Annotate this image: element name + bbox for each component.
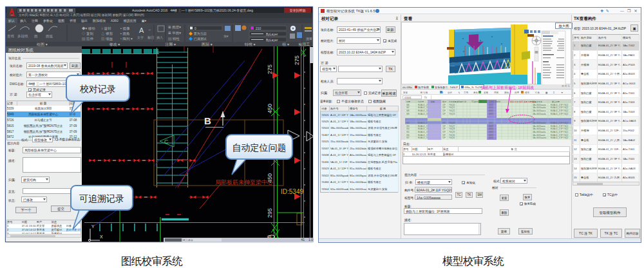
svg-text:357: 357 xyxy=(406,137,410,139)
svg-text:⌐: ⌐ xyxy=(149,28,151,32)
svg-text:1Aa-G005aaaia: 1Aa-G005aaaia xyxy=(533,125,545,128)
svg-text:ByLayer: ByLayer xyxy=(266,32,278,36)
svg-text:插入: 插入 xyxy=(156,35,163,40)
svg-text:210: 210 xyxy=(256,26,261,30)
svg-text:⊞ 图层▾: ⊞ 图层▾ xyxy=(168,25,181,30)
svg-text:ByLayer: ByLayer xyxy=(266,38,278,42)
svg-text:直线: 直线 xyxy=(7,34,15,38)
svg-text:YGQ22: YGQ22 xyxy=(449,110,455,112)
svg-text:11F: 11F xyxy=(442,113,446,115)
svg-text:0: 0 xyxy=(194,26,196,30)
svg-text:11F: 11F xyxy=(442,110,446,112)
svg-text:11F: 11F xyxy=(442,131,446,133)
svg-text:1Aa-G005aaaka: 1Aa-G005aaaka xyxy=(533,131,546,133)
svg-text:田: 田 xyxy=(441,91,444,94)
svg-text:450: 450 xyxy=(267,104,273,113)
svg-text:1Aa-G005aaaja: 1Aa-G005aaaja xyxy=(533,128,545,130)
svg-text:▫ 阵列 ▾: ▫ 阵列 ▾ xyxy=(120,37,133,41)
svg-text:表格: 表格 xyxy=(484,91,489,94)
svg-text:E04A-01_2#1F YGQ2: E04A-01_2#1F YGQ2 xyxy=(551,125,569,128)
svg-text:▤ 拉伸: ▤ 拉伸 xyxy=(82,37,94,41)
svg-text:11F: 11F xyxy=(442,137,446,139)
svg-text:▼: ▼ xyxy=(561,91,563,94)
svg-text:1Aa-G005aaada: 1Aa-G005aaada xyxy=(533,113,546,115)
svg-text:B I U A: B I U A xyxy=(421,91,428,94)
svg-text:YGQ30: YGQ30 xyxy=(449,134,455,137)
svg-text:◇ 复制: ◇ 复制 xyxy=(82,32,94,36)
svg-text:275: 275 xyxy=(294,55,300,65)
svg-text:2023: 2023 xyxy=(489,125,493,128)
svg-text:11F: 11F xyxy=(442,106,446,109)
svg-text:⊞ 平面▾: ⊞ 平面▾ xyxy=(168,31,181,35)
svg-text:11F: 11F xyxy=(442,104,446,106)
svg-text:347: 347 xyxy=(406,106,410,109)
svg-text:352: 352 xyxy=(406,122,410,124)
svg-text:条件: 条件 xyxy=(473,91,478,94)
svg-text:测量: 测量 xyxy=(306,37,312,41)
svg-text:标注: 标注 xyxy=(147,35,155,40)
svg-text:2023: 2023 xyxy=(489,128,493,130)
svg-text:％: ％ xyxy=(458,91,460,94)
svg-text:YGQ31: YGQ31 xyxy=(449,137,455,139)
svg-text:356: 356 xyxy=(406,134,410,137)
svg-text:348: 348 xyxy=(406,110,410,112)
svg-text:△ 修剪: △ 修剪 xyxy=(101,32,113,36)
svg-text:YGQ20: YGQ20 xyxy=(449,104,455,106)
svg-text:E04A-01_2#: E04A-01_2# xyxy=(418,104,428,106)
svg-text:常规: 常规 xyxy=(464,91,469,94)
svg-text:E04A-01_2#1F YGQ2: E04A-01_2#1F YGQ2 xyxy=(551,134,569,137)
svg-text:1Aa-G005aaala: 1Aa-G005aaala xyxy=(533,134,545,137)
svg-text:2023: 2023 xyxy=(489,137,493,139)
svg-text:275: 275 xyxy=(267,64,273,74)
svg-text:349: 349 xyxy=(406,113,410,115)
svg-text:模型: 模型 xyxy=(431,100,435,103)
svg-text:局部板筋未伸至梁中心: 局部板筋未伸至梁中心 xyxy=(215,179,273,186)
svg-text:355: 355 xyxy=(406,131,410,133)
svg-text:▪ 镜像: ▪ 镜像 xyxy=(120,26,130,31)
svg-text:合并: 合并 xyxy=(448,91,453,94)
svg-text:E04A-01_2#: E04A-01_2# xyxy=(418,106,428,109)
svg-text:354: 354 xyxy=(406,128,410,130)
svg-text:E04A-01_2#1F YGQ2: E04A-01_2#1F YGQ2 xyxy=(551,106,569,109)
svg-text:E04A-01_2#: E04A-01_2# xyxy=(418,110,428,112)
svg-text:ID:5349: ID:5349 xyxy=(281,188,303,195)
svg-text:E04A-01_2#: E04A-01_2# xyxy=(418,131,428,133)
svg-text:YGQ27: YGQ27 xyxy=(449,125,455,128)
svg-text:Σ: Σ xyxy=(553,91,555,94)
svg-text:楼层: 楼层 xyxy=(442,100,446,103)
svg-text:1Aa-G005aaaha: 1Aa-G005aaaha xyxy=(533,122,546,124)
svg-text:▪ 圆角: ▪ 圆角 xyxy=(120,32,129,36)
svg-text:2023: 2023 xyxy=(489,122,493,124)
svg-text:2023: 2023 xyxy=(489,113,493,115)
svg-text:YGQ28: YGQ28 xyxy=(449,128,455,130)
svg-text:▥ 缩放: ▥ 缩放 xyxy=(101,37,113,41)
svg-text:11F: 11F xyxy=(442,125,446,128)
svg-text:2023: 2023 xyxy=(489,104,493,106)
svg-text:E04A-01_2#1F YGQ2: E04A-01_2#1F YGQ2 xyxy=(551,110,569,112)
svg-text:圆弧: 圆弧 xyxy=(46,34,53,39)
svg-text:11F: 11F xyxy=(442,122,446,124)
svg-text:YGQ26: YGQ26 xyxy=(449,122,455,124)
svg-text:▤ 特性: ▤ 特性 xyxy=(168,37,180,41)
svg-text:多段线: 多段线 xyxy=(17,34,28,38)
svg-text:填充: 填充 xyxy=(524,91,530,94)
svg-text:🔶 置为当前: 🔶 置为当前 xyxy=(189,32,207,36)
svg-text:模型文件名: 模型文件名 xyxy=(533,100,542,103)
svg-text:○ 旋转: ○ 旋转 xyxy=(101,26,111,31)
svg-text:E04A-01_2#1F YGQ2: E04A-01_2#1F YGQ2 xyxy=(551,131,569,133)
svg-text:YGQ23: YGQ23 xyxy=(449,113,455,115)
svg-text:构件号: 构件号 xyxy=(417,100,424,103)
svg-text:块▾: 块▾ xyxy=(223,34,229,38)
svg-text:求和: 求和 xyxy=(494,91,499,94)
svg-text:1Aa-G005aaaba: 1Aa-G005aaaba xyxy=(533,106,546,109)
svg-text:级: 级 xyxy=(464,100,466,103)
svg-text:记录: 记录 xyxy=(406,100,410,103)
svg-text:构件类型名: 构件类型名 xyxy=(448,100,459,103)
svg-text:宋体: 宋体 xyxy=(403,91,408,94)
svg-text:2023: 2023 xyxy=(489,106,493,109)
svg-text:行高: 行高 xyxy=(535,91,540,94)
svg-text:Y: Y xyxy=(91,224,95,229)
svg-text:圆: 圆 xyxy=(34,34,38,39)
svg-text:E04A-01_2#: E04A-01_2# xyxy=(418,122,428,124)
svg-text:备注记录: 备注记录 xyxy=(552,100,560,103)
